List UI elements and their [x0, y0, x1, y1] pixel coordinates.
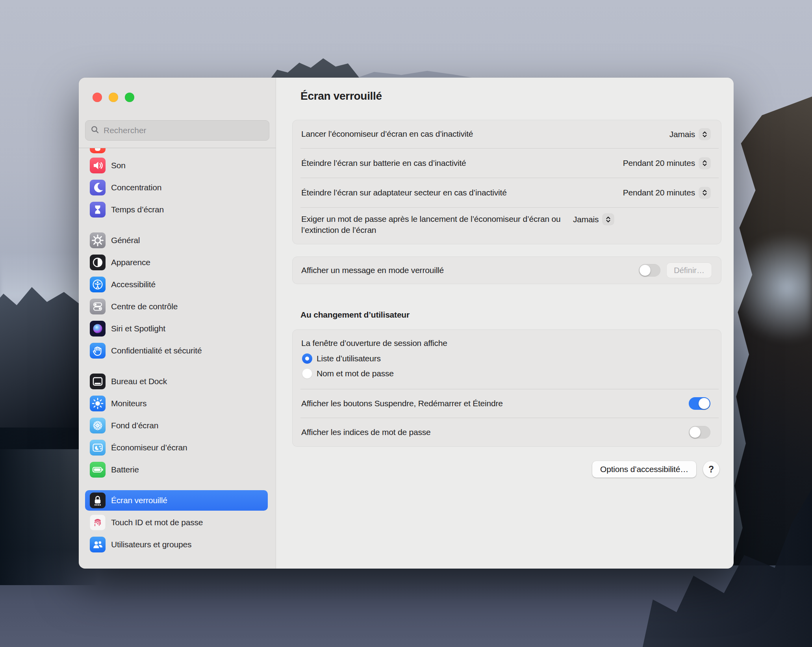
toggle-boutons-suspendre[interactable]: [689, 397, 710, 410]
control-center-icon: [90, 299, 106, 314]
toggle-indices-mot-de-passe[interactable]: [689, 426, 710, 439]
system-settings-window: SonConcentrationTemps d’écranGénéralAppa…: [79, 78, 734, 569]
sidebar-nav: SonConcentrationTemps d’écranGénéralAppa…: [79, 155, 276, 565]
popup-button-eteindre-batterie[interactable]: Pendant 20 minutes: [623, 158, 710, 169]
sidebar-item-concentration[interactable]: Concentration: [85, 177, 268, 198]
setting-row-indices-mot-de-passe: Afficher les indices de mot de passe: [293, 418, 721, 446]
sidebar-item-general[interactable]: Général: [85, 230, 268, 251]
sidebar-item-label: Siri et Spotlight: [111, 324, 165, 333]
screen-time-icon: [90, 202, 106, 218]
radio-button[interactable]: [302, 368, 312, 379]
displays-icon: [90, 396, 106, 411]
setting-row-economiseur: Lancer l’économiseur d’écran en cas d’in…: [293, 120, 721, 148]
touch-id-icon: [90, 515, 106, 530]
popup-stepper-icon[interactable]: [699, 158, 710, 169]
minimize-button[interactable]: [109, 93, 118, 102]
sidebar-item-siri-et-spotlight[interactable]: Siri et Spotlight: [85, 318, 268, 339]
close-button[interactable]: [93, 93, 102, 102]
accessibility-options-button[interactable]: Options d’accessibilité…: [592, 461, 696, 478]
sidebar-item-label: Apparence: [111, 258, 150, 267]
search-input[interactable]: [104, 126, 264, 135]
lock-message-toggle[interactable]: [639, 264, 660, 277]
radio-option-liste-utilisateurs[interactable]: Liste d’utilisateurs: [302, 351, 712, 366]
sidebar-item-label: Centre de contrôle: [111, 302, 178, 311]
setting-label: Lancer l’économiseur d’écran en cas d’in…: [301, 128, 669, 139]
privacy-icon: [90, 343, 106, 359]
popup-button-economiseur[interactable]: Jamais: [669, 128, 710, 140]
sidebar-item-economiseur-decran[interactable]: Économiseur d’écran: [85, 437, 268, 458]
toggle-knob: [640, 265, 651, 276]
popup-stepper-icon[interactable]: [699, 128, 710, 140]
sidebar-item-label: Batterie: [111, 465, 139, 474]
sidebar-item-apparence[interactable]: Apparence: [85, 252, 268, 273]
setting-row-boutons-suspendre: Afficher les boutons Suspendre, Redémarr…: [293, 389, 721, 418]
sidebar-item-fond-decran[interactable]: Fond d’écran: [85, 415, 268, 436]
login-window-radio-group: La fenêtre d’ouverture de session affich…: [293, 330, 721, 389]
appearance-icon: [90, 255, 106, 270]
set-message-button[interactable]: Définir…: [667, 263, 712, 278]
popup-button-eteindre-secteur[interactable]: Pendant 20 minutes: [623, 187, 710, 199]
sidebar-item-utilisateurs-et-groupes[interactable]: Utilisateurs et groupes: [85, 534, 268, 555]
lock-message-card: Afficher un message en mode verrouillé D…: [293, 257, 721, 284]
sidebar-group: Bureau et DockMoniteursFond d’écranÉcono…: [79, 371, 276, 480]
page-title: Écran verrouillé: [300, 90, 382, 102]
sidebar-item-label: Confidentialité et sécurité: [111, 346, 202, 355]
footer-buttons: Options d’accessibilité… ?: [592, 461, 719, 478]
radio-option-nom-et-mot-de-passe[interactable]: Nom et mot de passe: [302, 366, 712, 381]
popup-button-exiger-mot-de-passe[interactable]: Jamais: [573, 214, 614, 225]
sidebar-item-moniteurs[interactable]: Moniteurs: [85, 393, 268, 414]
sidebar-item-touch-id[interactable]: Touch ID et mot de passe: [85, 512, 268, 533]
sidebar-item-label: Accessibilité: [111, 280, 156, 289]
sidebar-item-label: Utilisateurs et groupes: [111, 540, 191, 549]
sidebar: SonConcentrationTemps d’écranGénéralAppa…: [79, 78, 276, 569]
sidebar-item-label: Concentration: [111, 183, 161, 192]
sidebar-item-temps-decran[interactable]: Temps d’écran: [85, 199, 268, 220]
sidebar-item-confidentialite-et-securite[interactable]: Confidentialité et sécurité: [85, 340, 268, 361]
sidebar-item-accessibilite[interactable]: Accessibilité: [85, 274, 268, 295]
sidebar-scroll-separator: [79, 148, 276, 148]
radio-label: Liste d’utilisateurs: [317, 354, 381, 363]
popup-value: Pendant 20 minutes: [623, 158, 695, 168]
wallpaper-mist-right: [729, 232, 812, 343]
lock-icon: [90, 493, 106, 508]
focus-icon: [90, 180, 106, 195]
sound-icon: [90, 158, 106, 173]
sidebar-item-label: Touch ID et mot de passe: [111, 518, 203, 527]
users-icon: [90, 537, 106, 552]
radio-group-label: La fenêtre d’ouverture de session affich…: [301, 338, 712, 348]
setting-label: Éteindre l’écran sur batterie en cas d’i…: [301, 158, 623, 169]
desktop-dock-icon: [90, 374, 106, 389]
setting-label: Afficher les boutons Suspendre, Redémarr…: [301, 398, 689, 409]
zoom-button[interactable]: [125, 93, 134, 102]
search-icon: [90, 125, 100, 136]
accessibility-icon: [90, 277, 106, 292]
sidebar-item-label: Économiseur d’écran: [111, 443, 187, 452]
sidebar-item-label: Moniteurs: [111, 399, 146, 408]
user-switch-card: La fenêtre d’ouverture de session affich…: [293, 330, 721, 446]
notifications-icon[interactable]: [90, 148, 106, 153]
search-field[interactable]: [85, 120, 269, 141]
wallpaper-icon: [90, 418, 106, 433]
sidebar-item-label: Bureau et Dock: [111, 377, 167, 386]
window-controls: [93, 93, 134, 102]
setting-label: Afficher les indices de mot de passe: [301, 427, 689, 438]
toggle-knob: [699, 398, 710, 409]
sidebar-item-bureau-et-dock[interactable]: Bureau et Dock: [85, 371, 268, 392]
sidebar-item-ecran-verrouille[interactable]: Écran verrouillé: [85, 490, 268, 511]
wallpaper-ridge: [356, 68, 475, 78]
help-button[interactable]: ?: [703, 461, 719, 478]
sidebar-item-son[interactable]: Son: [85, 155, 268, 176]
sidebar-group: Écran verrouilléTouch ID et mot de passe…: [79, 490, 276, 555]
popup-stepper-icon[interactable]: [699, 187, 710, 199]
setting-row-eteindre-secteur: Éteindre l’écran sur adaptateur secteur …: [293, 178, 721, 207]
sidebar-item-centre-de-controle[interactable]: Centre de contrôle: [85, 296, 268, 317]
battery-icon: [90, 462, 106, 478]
sidebar-group: SonConcentrationTemps d’écran: [79, 155, 276, 220]
radio-button[interactable]: [302, 353, 312, 364]
screensaver-icon: [90, 440, 106, 456]
setting-row-exiger-mot-de-passe: Exiger un mot de passe après le lancemen…: [293, 208, 721, 244]
sidebar-item-batterie[interactable]: Batterie: [85, 459, 268, 480]
popup-stepper-icon[interactable]: [603, 214, 614, 225]
setting-row-eteindre-batterie: Éteindre l’écran sur batterie en cas d’i…: [293, 149, 721, 178]
siri-icon: [90, 321, 106, 337]
